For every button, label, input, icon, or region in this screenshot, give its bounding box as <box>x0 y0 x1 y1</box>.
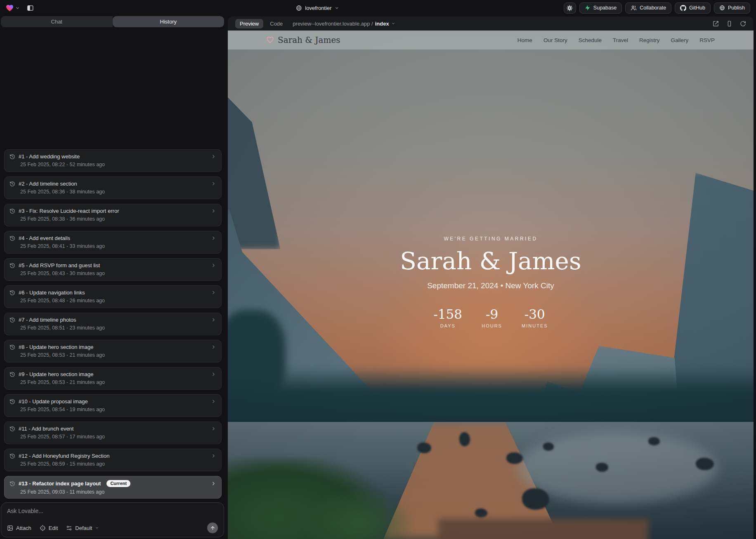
history-icon <box>9 154 15 160</box>
history-icon <box>9 399 15 405</box>
countdown-label: DAYS <box>433 323 462 328</box>
chevron-right-icon[interactable] <box>211 154 216 159</box>
tab-chat[interactable]: Chat <box>1 16 113 27</box>
lovable-heart-logo-icon <box>6 5 14 12</box>
globe-icon <box>719 5 725 11</box>
chevron-right-icon[interactable] <box>211 426 216 431</box>
history-item[interactable]: #5 - Add RSVP form and guest list 25 Feb… <box>4 258 222 281</box>
chevron-right-icon[interactable] <box>211 399 216 404</box>
chevron-right-icon[interactable] <box>211 290 216 295</box>
github-button[interactable]: GitHub <box>675 2 711 14</box>
history-item[interactable]: #10 - Update proposal image 25 Feb 2025,… <box>4 394 222 417</box>
top-bar: lovefrontier <box>0 0 756 16</box>
history-icon <box>9 481 15 487</box>
sidebar-toggle-button[interactable] <box>24 2 36 14</box>
send-button[interactable] <box>207 523 218 533</box>
history-item[interactable]: #1 - Add wedding website 25 Feb 2025, 08… <box>4 149 222 172</box>
prompt-input[interactable]: Ask Lovable... <box>7 508 218 514</box>
site-nav-link[interactable]: Schedule <box>579 37 602 43</box>
mobile-view-icon[interactable] <box>726 21 732 27</box>
chevron-right-icon[interactable] <box>211 344 216 350</box>
github-icon <box>680 5 686 11</box>
settings-button[interactable] <box>564 2 576 14</box>
chevron-right-icon[interactable] <box>211 181 216 186</box>
history-icon <box>9 290 15 296</box>
history-icon <box>9 317 15 323</box>
history-item-timestamp: 25 Feb 2025, 08:43 - 30 minutes ago <box>20 271 216 276</box>
history-icon <box>9 235 15 241</box>
history-item[interactable]: #7 - Add timeline photos 25 Feb 2025, 08… <box>4 313 222 335</box>
tab-code[interactable]: Code <box>269 19 284 28</box>
chevron-right-icon[interactable] <box>211 208 216 214</box>
tab-preview[interactable]: Preview <box>235 19 263 28</box>
site-nav-link[interactable]: Our Story <box>543 37 567 43</box>
history-item-title: #5 - Add RSVP form and guest list <box>19 262 100 268</box>
countdown-value: -9 <box>480 307 503 322</box>
chevron-right-icon[interactable] <box>211 235 216 241</box>
history-item-title: #11 - Add brunch event <box>19 426 73 432</box>
countdown: -158 DAYS -9 HOURS -30 MINUTES <box>228 307 754 328</box>
mode-label: Default <box>75 525 92 531</box>
history-item-timestamp: 25 Feb 2025, 08:41 - 33 minutes ago <box>20 243 216 249</box>
preview-url[interactable]: preview--lovefrontier.lovable.app / inde… <box>293 21 395 27</box>
open-in-new-tab-icon[interactable] <box>713 21 719 27</box>
publish-label: Publish <box>728 5 745 11</box>
supabase-button[interactable]: Supabase <box>579 2 622 14</box>
chevron-right-icon[interactable] <box>211 453 216 459</box>
history-item-title: #10 - Update proposal image <box>19 398 88 405</box>
tab-history[interactable]: History <box>113 16 224 27</box>
history-item-timestamp: 25 Feb 2025, 08:53 - 21 minutes ago <box>20 379 216 385</box>
supabase-label: Supabase <box>593 5 617 11</box>
history-icon <box>9 372 15 377</box>
chevron-right-icon[interactable] <box>211 372 216 377</box>
collaborate-button[interactable]: Collaborate <box>625 2 671 14</box>
history-item[interactable]: #4 - Add event details 25 Feb 2025, 08:4… <box>4 231 222 254</box>
refresh-icon[interactable] <box>740 21 746 27</box>
history-item[interactable]: #8 - Update hero section image 25 Feb 20… <box>4 340 222 362</box>
history-item[interactable]: #12 - Add Honeyfund Registry Section 25 … <box>4 449 222 471</box>
chevron-right-icon[interactable] <box>211 263 216 268</box>
history-item-title: #8 - Update hero section image <box>19 344 93 350</box>
wedding-site-preview: Sarah & James HomeOur StoryScheduleTrave… <box>228 31 754 539</box>
history-item[interactable]: #13 - Refactor index page layout Current… <box>4 476 222 499</box>
project-switcher[interactable]: lovefrontier <box>296 0 339 16</box>
history-item[interactable]: #9 - Update hero section image 25 Feb 20… <box>4 367 222 390</box>
history-item-title: #7 - Add timeline photos <box>19 317 76 323</box>
history-item-title: #3 - Fix: Resolve Lucide-react import er… <box>19 208 119 214</box>
history-icon <box>9 453 15 459</box>
attach-button[interactable]: Attach <box>7 525 31 531</box>
chevron-right-icon[interactable] <box>211 317 216 322</box>
project-name: lovefrontier <box>305 5 331 11</box>
history-item[interactable]: #6 - Update navigation links 25 Feb 2025… <box>4 285 222 308</box>
site-nav-link[interactable]: Gallery <box>671 37 688 43</box>
history-item-title: #9 - Update hero section image <box>19 371 93 377</box>
lovable-logo-menu[interactable] <box>6 5 20 12</box>
prompt-composer[interactable]: Ask Lovable... Attach <box>1 502 224 537</box>
site-nav-link[interactable]: RSVP <box>699 37 715 43</box>
collaborate-label: Collaborate <box>640 5 666 11</box>
history-list: #1 - Add wedding website 25 Feb 2025, 08… <box>0 27 225 502</box>
edit-button[interactable]: Edit <box>40 525 58 531</box>
site-nav-link[interactable]: Registry <box>639 37 660 43</box>
chat-sidebar: Chat History #1 - Add wedding website <box>0 16 225 539</box>
mode-selector[interactable]: Default <box>66 525 99 531</box>
publish-button[interactable]: Publish <box>714 2 750 14</box>
site-nav-link[interactable]: Home <box>517 37 532 43</box>
chevron-down-icon <box>391 21 395 26</box>
history-item[interactable]: #11 - Add brunch event 25 Feb 2025, 08:5… <box>4 421 222 444</box>
history-icon <box>9 208 15 214</box>
history-item[interactable]: #2 - Add timeline section 25 Feb 2025, 0… <box>4 177 222 199</box>
main-content: Chat History #1 - Add wedding website <box>0 16 756 539</box>
history-item-timestamp: 25 Feb 2025, 08:36 - 38 minutes ago <box>20 189 216 195</box>
site-nav-link[interactable]: Travel <box>613 37 628 43</box>
preview-tools <box>713 21 746 27</box>
history-item[interactable]: #3 - Fix: Resolve Lucide-react import er… <box>4 204 222 226</box>
countdown-label: HOURS <box>480 323 503 328</box>
site-brand[interactable]: Sarah & James <box>267 35 340 45</box>
history-item-title: #6 - Update navigation links <box>19 290 85 296</box>
chevron-right-icon[interactable] <box>211 481 216 486</box>
preview-url-page: index <box>375 21 389 27</box>
edit-label: Edit <box>49 525 58 531</box>
image-icon <box>7 525 13 531</box>
history-item-timestamp: 25 Feb 2025, 08:22 - 52 minutes ago <box>20 162 216 167</box>
